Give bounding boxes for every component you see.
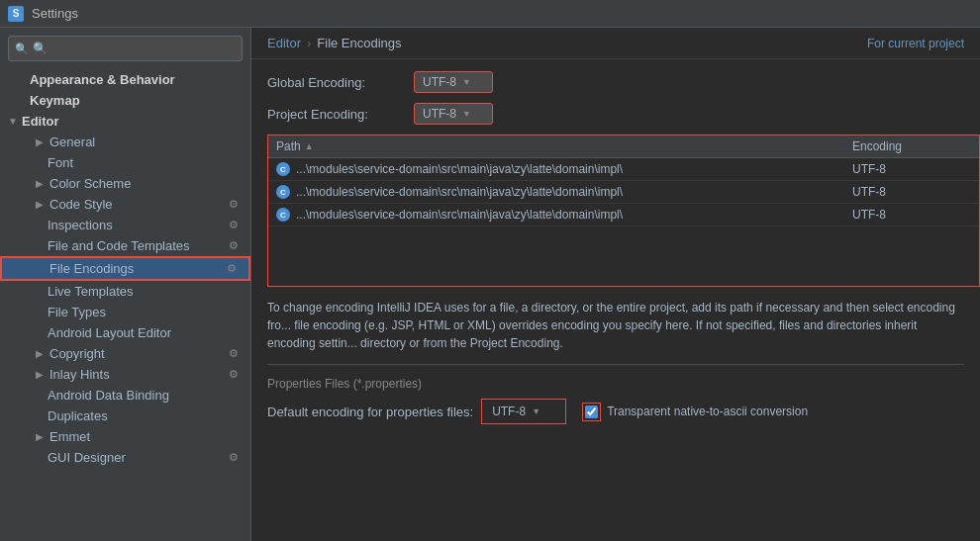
table-row[interactable]: C ...\modules\service-domain\src\main\ja… <box>268 158 979 181</box>
file-enc-0: UTF-8 <box>852 162 971 176</box>
file-table-header: Path ▲ Encoding <box>268 135 979 158</box>
project-encoding-label: Project Encoding: <box>267 107 406 122</box>
props-encoding-box: UTF-8 ▼ <box>481 399 566 424</box>
file-icon-0: C <box>276 162 290 176</box>
sidebar-item-android-data-binding[interactable]: Android Data Binding <box>0 385 250 406</box>
for-current-project[interactable]: For current project <box>867 37 964 50</box>
search-input[interactable] <box>33 42 236 55</box>
search-box[interactable]: 🔍 <box>8 36 243 61</box>
sidebar-item-editor[interactable]: Editor <box>0 111 250 132</box>
sidebar-item-file-code-templates[interactable]: File and Code Templates ⚙ <box>0 235 250 256</box>
sidebar-item-duplicates[interactable]: Duplicates <box>0 406 250 426</box>
sidebar-item-file-encodings[interactable]: File Encodings ⚙ <box>0 256 250 281</box>
project-encoding-row: Project Encoding: UTF-8 ▼ <box>267 103 964 125</box>
expand-arrow-editor <box>8 116 20 128</box>
expand-arrow-appearance <box>16 74 28 86</box>
main-layout: 🔍 Appearance & Behavior Keymap Editor Ge… <box>0 28 980 541</box>
settings-badge-fe: ⚙ <box>227 262 241 276</box>
props-encoding-dropdown[interactable]: UTF-8 ▼ <box>484 402 563 421</box>
breadcrumb-parent[interactable]: Editor <box>267 36 301 50</box>
col-header-encoding: Encoding <box>852 139 971 153</box>
transparent-label: Transparent native-to-ascii conversion <box>607 405 808 418</box>
table-row[interactable]: C ...\modules\service-domain\src\main\ja… <box>268 204 979 226</box>
file-table: Path ▲ Encoding C ...\modules\service-do… <box>267 135 980 287</box>
props-encoding-row: Default encoding for properties files: U… <box>267 399 964 424</box>
transparent-checkbox-wrap: Transparent native-to-ascii conversion <box>582 403 808 421</box>
expand-arrow-code-style <box>36 199 48 211</box>
info-text: To change encoding IntelliJ IDEA uses fo… <box>267 299 960 352</box>
title-bar: S Settings <box>0 0 980 28</box>
settings-body: Global Encoding: UTF-8 ▼ Project Encodin… <box>251 59 980 446</box>
sidebar-item-code-style[interactable]: Code Style ⚙ <box>0 194 250 215</box>
col-header-path: Path ▲ <box>276 139 852 153</box>
settings-badge-copyright: ⚙ <box>229 347 243 361</box>
settings-badge-fct: ⚙ <box>229 239 243 253</box>
settings-badge-inlay-hints: ⚙ <box>229 368 243 382</box>
breadcrumb-current: File Encodings <box>317 36 401 50</box>
file-enc-1: UTF-8 <box>852 185 971 199</box>
breadcrumb: Editor › File Encodings For current proj… <box>251 28 980 59</box>
content-area: Editor › File Encodings For current proj… <box>251 28 980 541</box>
sort-arrow: ▲ <box>305 141 314 151</box>
expand-arrow-color-scheme <box>36 178 48 190</box>
project-encoding-dropdown[interactable]: UTF-8 ▼ <box>414 103 493 125</box>
file-icon-2: C <box>276 208 290 222</box>
expand-arrow-keymap <box>16 95 28 107</box>
breadcrumb-sep: › <box>307 36 311 50</box>
dropdown-arrow-props: ▼ <box>532 406 540 416</box>
settings-badge-gui-designer: ⚙ <box>229 451 243 465</box>
sidebar-item-file-types[interactable]: File Types <box>0 302 250 322</box>
sidebar-item-color-scheme[interactable]: Color Scheme <box>0 173 250 194</box>
section-divider <box>267 364 964 365</box>
expand-arrow-copyright <box>36 348 48 360</box>
sidebar-item-gui-designer[interactable]: GUI Designer ⚙ <box>0 447 250 468</box>
file-path-2: ...\modules\service-domain\src\main\java… <box>296 208 852 222</box>
expand-arrow-general <box>36 136 48 148</box>
app-icon: S <box>8 6 24 22</box>
table-row[interactable]: C ...\modules\service-domain\src\main\ja… <box>268 181 979 204</box>
sidebar-item-appearance[interactable]: Appearance & Behavior <box>0 69 250 90</box>
expand-arrow-inlay-hints <box>36 369 48 381</box>
transparent-checkbox[interactable] <box>585 406 598 418</box>
global-encoding-label: Global Encoding: <box>267 75 406 90</box>
sidebar-item-general[interactable]: General <box>0 132 250 152</box>
sidebar-item-live-templates[interactable]: Live Templates <box>0 281 250 302</box>
table-empty-space <box>268 226 979 286</box>
global-encoding-dropdown[interactable]: UTF-8 ▼ <box>414 71 493 93</box>
sidebar-item-inspections[interactable]: Inspections ⚙ <box>0 215 250 235</box>
checkbox-red-box <box>582 403 601 421</box>
sidebar-item-android-layout-editor[interactable]: Android Layout Editor <box>0 322 250 343</box>
file-path-1: ...\modules\service-domain\src\main\java… <box>296 185 852 199</box>
file-path-0: ...\modules\service-domain\src\main\java… <box>296 162 852 176</box>
settings-badge-code-style: ⚙ <box>229 198 243 212</box>
sidebar-item-inlay-hints[interactable]: Inlay Hints ⚙ <box>0 364 250 385</box>
props-encoding-label: Default encoding for properties files: <box>267 405 473 419</box>
sidebar: 🔍 Appearance & Behavior Keymap Editor Ge… <box>0 28 251 541</box>
global-encoding-row: Global Encoding: UTF-8 ▼ <box>267 71 964 93</box>
title-bar-text: Settings <box>32 6 78 21</box>
dropdown-arrow-global: ▼ <box>462 77 471 87</box>
sidebar-item-copyright[interactable]: Copyright ⚙ <box>0 343 250 364</box>
dropdown-arrow-project: ▼ <box>462 109 471 119</box>
file-enc-2: UTF-8 <box>852 208 971 222</box>
sidebar-item-emmet[interactable]: Emmet <box>0 426 250 447</box>
file-icon-1: C <box>276 185 290 199</box>
expand-arrow-emmet <box>36 431 48 443</box>
settings-badge-inspections: ⚙ <box>229 219 243 232</box>
sidebar-item-font[interactable]: Font <box>0 152 250 173</box>
search-icon: 🔍 <box>15 43 29 55</box>
sidebar-item-keymap[interactable]: Keymap <box>0 90 250 111</box>
props-section-label: Properties Files (*.properties) <box>267 377 964 391</box>
